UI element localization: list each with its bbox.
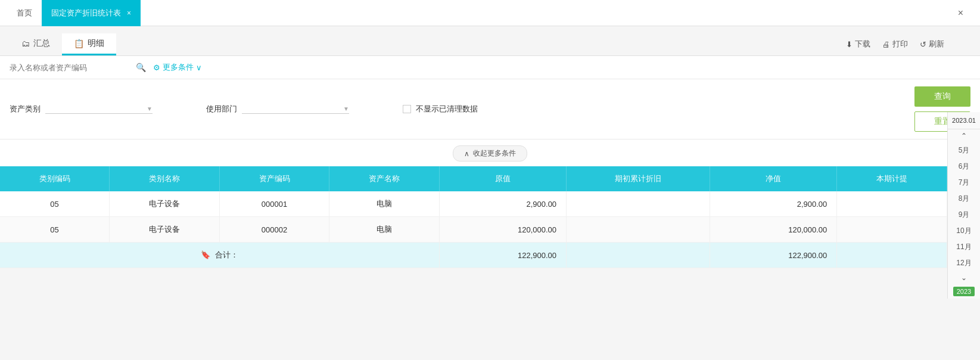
toolbar-right: ⬇ 下载 🖨 打印 ↺ 刷新 <box>846 39 944 49</box>
col-period-depr: 本期计提 <box>837 166 947 191</box>
download-button[interactable]: ⬇ 下载 <box>846 39 870 49</box>
collapse-up-icon: ∧ <box>464 150 469 158</box>
cell-accum-depr <box>567 191 710 217</box>
chevron-down-icon: ∨ <box>196 63 202 72</box>
date-month-12[interactable]: 12月 <box>948 255 980 271</box>
cell-net-value: 120,000.00 <box>710 217 837 243</box>
top-nav: 首页 固定资产折旧统计表 × × <box>0 0 980 26</box>
tab-label: 固定资产折旧统计表 <box>51 8 121 18</box>
cell-cat-code: 05 <box>0 217 110 243</box>
date-panel: 2023.01 ⌃ 5月 6月 7月 8月 9月 10月 11月 12月 ⌄ 2… <box>947 112 980 299</box>
cell-net-value: 2,900.00 <box>710 191 837 217</box>
cell-asset-code: 000002 <box>219 217 329 243</box>
total-accum-depr <box>567 243 710 268</box>
cell-original: 2,900.00 <box>440 191 567 217</box>
total-period-depr <box>837 243 947 268</box>
print-icon: 🖨 <box>882 40 890 49</box>
print-button[interactable]: 🖨 打印 <box>882 39 908 49</box>
home-link[interactable]: 首页 <box>7 8 42 18</box>
date-down-nav[interactable]: ⌄ <box>948 271 980 284</box>
table-wrapper: 类别编码 类别名称 资产编码 资产名称 原值 期初累计折旧 净值 本期计提 05… <box>0 166 947 268</box>
asset-type-field: 资产类别 ▼ <box>10 104 153 114</box>
col-asset-code: 资产编码 <box>219 166 329 191</box>
total-icon: 🔖 <box>201 250 210 259</box>
cell-cat-name: 电子设备 <box>110 191 220 217</box>
cell-original: 120,000.00 <box>440 217 567 243</box>
main-panel: 🔍 ⚙ 更多条件 ∨ 资产类别 ▼ <box>0 56 980 360</box>
download-label: 下载 <box>855 39 870 49</box>
tab-detail[interactable]: 📋 明细 <box>62 33 116 55</box>
total-label: 合计： <box>215 250 238 259</box>
hide-cleared-label: 不显示已清理数据 <box>416 104 478 114</box>
date-month-5[interactable]: 5月 <box>948 142 980 159</box>
search-icon[interactable]: 🔍 <box>136 63 146 72</box>
table-row: 05 电子设备 000001 电脑 2,900.00 2,900.00 <box>0 191 947 217</box>
cell-asset-code: 000001 <box>219 191 329 217</box>
cell-cat-code: 05 <box>0 191 110 217</box>
asset-type-label: 资产类别 <box>10 104 41 114</box>
department-label: 使用部门 <box>206 104 237 114</box>
table-row: 05 电子设备 000002 电脑 120,000.00 120,000.00 <box>0 217 947 243</box>
tab-detail-label: 明细 <box>88 38 104 49</box>
col-cat-name: 类别名称 <box>110 166 220 191</box>
asset-type-select[interactable]: ▼ <box>45 104 153 114</box>
date-panel-header: 2023.01 <box>948 112 980 129</box>
cell-asset-name: 电脑 <box>329 217 440 243</box>
download-icon: ⬇ <box>846 40 853 49</box>
col-original: 原值 <box>440 166 567 191</box>
date-up-nav[interactable]: ⌃ <box>948 129 980 142</box>
more-filters-label: 更多条件 <box>163 62 194 73</box>
department-chevron: ▼ <box>343 105 349 112</box>
refresh-button[interactable]: ↺ 刷新 <box>920 39 944 49</box>
refresh-icon: ↺ <box>920 40 926 49</box>
col-accum-depr: 期初累计折旧 <box>567 166 710 191</box>
date-month-11[interactable]: 11月 <box>948 239 980 255</box>
more-filters-button[interactable]: ⚙ 更多条件 ∨ <box>153 62 202 73</box>
data-table: 类别编码 类别名称 资产编码 资产名称 原值 期初累计折旧 净值 本期计提 05… <box>0 166 947 268</box>
filter-icon: ⚙ <box>153 63 160 72</box>
hide-cleared-field: 不显示已清理数据 <box>403 104 478 114</box>
search-input[interactable] <box>10 63 129 72</box>
table-header-row: 类别编码 类别名称 资产编码 资产名称 原值 期初累计折旧 净值 本期计提 <box>0 166 947 191</box>
date-month-9[interactable]: 9月 <box>948 207 980 223</box>
col-net-value: 净值 <box>710 166 837 191</box>
date-year-badge[interactable]: 2023 <box>953 287 975 296</box>
main-tab: 固定资产折旧统计表 × <box>42 0 141 26</box>
total-row: 🔖 合计： 122,900.00 122,900.00 <box>0 243 947 268</box>
cell-period-depr <box>837 217 947 243</box>
cell-cat-name: 电子设备 <box>110 217 220 243</box>
tab-close-icon[interactable]: × <box>127 9 131 17</box>
sub-tabs-bar: 🗂 汇总 📋 明细 ⬇ 下载 🖨 打印 ↺ 刷新 <box>0 26 980 56</box>
col-asset-name: 资产名称 <box>329 166 440 191</box>
collapse-bar: ∧ 收起更多条件 <box>0 139 980 166</box>
cell-period-depr <box>837 191 947 217</box>
date-month-10[interactable]: 10月 <box>948 223 980 239</box>
total-label-cell: 🔖 合计： <box>0 243 440 268</box>
hide-cleared-checkbox[interactable] <box>403 105 411 113</box>
detail-icon: 📋 <box>74 39 84 48</box>
refresh-label: 刷新 <box>929 39 944 49</box>
print-label: 打印 <box>892 39 908 49</box>
tab-summary-label: 汇总 <box>33 38 50 49</box>
cell-asset-name: 电脑 <box>329 191 440 217</box>
summary-icon: 🗂 <box>21 39 30 48</box>
department-select[interactable]: ▼ <box>242 104 349 114</box>
date-month-7[interactable]: 7月 <box>948 175 980 191</box>
asset-type-chevron: ▼ <box>147 105 153 112</box>
cell-accum-depr <box>567 217 710 243</box>
total-net-value: 122,900.00 <box>710 243 837 268</box>
total-original: 122,900.00 <box>440 243 567 268</box>
search-bar: 🔍 ⚙ 更多条件 ∨ <box>0 56 980 79</box>
date-month-6[interactable]: 6月 <box>948 159 980 175</box>
query-button[interactable]: 查询 <box>914 86 970 107</box>
filter-row: 资产类别 ▼ 使用部门 ▼ <box>10 86 970 139</box>
department-field: 使用部门 ▼ <box>206 104 349 114</box>
tab-summary[interactable]: 🗂 汇总 <box>10 33 62 55</box>
collapse-label: 收起更多条件 <box>473 148 516 159</box>
collapse-button[interactable]: ∧ 收起更多条件 <box>453 145 527 162</box>
window-close-button[interactable]: × <box>948 8 973 18</box>
expanded-filter: 资产类别 ▼ 使用部门 ▼ <box>0 79 980 139</box>
col-cat-code: 类别编码 <box>0 166 110 191</box>
date-month-8[interactable]: 8月 <box>948 191 980 207</box>
content-area: 🔍 ⚙ 更多条件 ∨ 资产类别 ▼ <box>0 56 980 360</box>
